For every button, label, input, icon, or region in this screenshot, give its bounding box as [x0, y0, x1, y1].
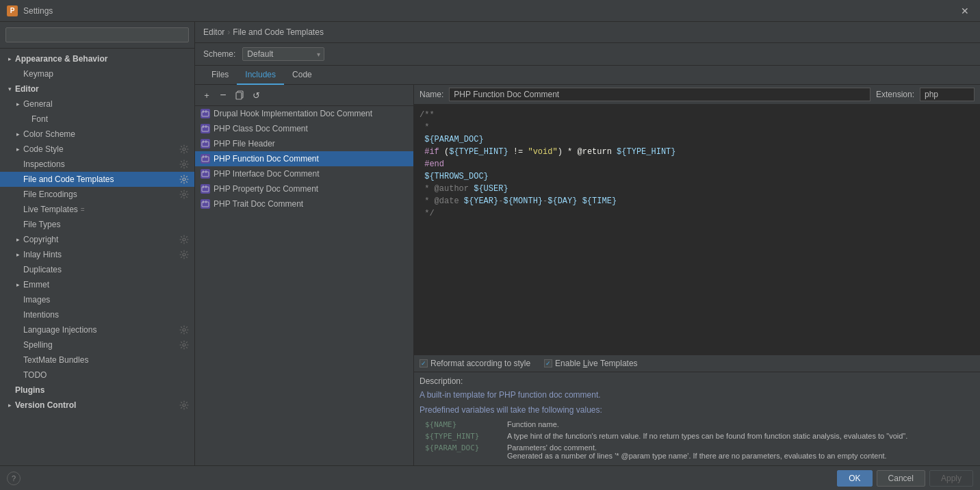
- ok-button[interactable]: OK: [837, 470, 872, 487]
- cancel-button[interactable]: Cancel: [877, 470, 925, 487]
- sidebar-item-label: Live Templates: [23, 205, 78, 214]
- sidebar-item-images[interactable]: Images: [0, 292, 194, 307]
- sidebar-item-todo[interactable]: TODO: [0, 368, 194, 383]
- svg-point-5: [183, 253, 185, 256]
- code-line: #if (${TYPE_HINT} != "void") * @return $…: [420, 146, 975, 158]
- tab-includes[interactable]: Includes: [237, 66, 284, 85]
- gear-icon: [179, 159, 189, 169]
- arrow-icon: [5, 401, 14, 409]
- sidebar-item-label: Inspections: [23, 159, 65, 169]
- help-button[interactable]: ?: [7, 472, 21, 485]
- sidebar-item-label: TextMate Bundles: [23, 355, 88, 365]
- sidebar-item-label: Font: [31, 114, 48, 124]
- scheme-select[interactable]: Default Project: [242, 47, 324, 61]
- sidebar-item-label: File Encodings: [23, 190, 77, 199]
- php-file-icon: [201, 124, 210, 133]
- svg-point-2: [183, 178, 185, 181]
- sidebar-item-code-style[interactable]: Code Style: [0, 142, 194, 157]
- sidebar-item-file-code-templates[interactable]: File and Code Templates: [0, 172, 194, 187]
- breadcrumb-current: File and Code Templates: [233, 27, 324, 37]
- sidebar: 🔍 Appearance & Behavior Keymap: [0, 22, 195, 465]
- reset-button[interactable]: ↺: [248, 88, 263, 103]
- sidebar-item-inlay-hints[interactable]: Inlay Hints: [0, 247, 194, 262]
- file-item-php-class[interactable]: PHP Class Doc Comment: [195, 121, 413, 136]
- tab-code[interactable]: Code: [284, 66, 320, 85]
- sidebar-item-file-encodings[interactable]: File Encodings: [0, 187, 194, 202]
- sidebar-item-language-injections[interactable]: Language Injections: [0, 322, 194, 337]
- scheme-label: Scheme:: [203, 49, 235, 59]
- extension-label: Extension:: [876, 90, 914, 99]
- copy-button[interactable]: [232, 88, 247, 103]
- sidebar-item-label: Color Scheme: [23, 129, 75, 139]
- live-templates-checkbox[interactable]: Enable Live Templates: [544, 359, 638, 368]
- search-input[interactable]: [5, 27, 189, 42]
- name-input[interactable]: [449, 88, 871, 101]
- code-line: ${PARAM_DOC}: [420, 133, 975, 146]
- sidebar-item-textmate-bundles[interactable]: TextMate Bundles: [0, 352, 194, 368]
- var-desc: Function name.: [502, 419, 975, 430]
- apply-button[interactable]: Apply: [929, 470, 973, 487]
- sidebar-item-label: TODO: [23, 370, 47, 380]
- file-item-label: PHP Property Doc Comment: [214, 184, 318, 194]
- code-editor[interactable]: /** * ${PARAM_DOC} #if (${TYPE_HINT} != …: [414, 105, 980, 354]
- gear-icon: [179, 144, 189, 154]
- sidebar-item-inspections[interactable]: Inspections: [0, 157, 194, 172]
- remove-button[interactable]: −: [216, 88, 231, 103]
- sidebar-item-label: Language Injections: [23, 325, 96, 335]
- file-item-php-property[interactable]: PHP Property Doc Comment: [195, 181, 413, 196]
- php-file-icon: [201, 154, 210, 164]
- svg-point-4: [183, 238, 185, 241]
- sidebar-item-spelling[interactable]: Spelling: [0, 337, 194, 352]
- arrow-icon: [5, 55, 14, 63]
- file-item-php-file-header[interactable]: PHP File Header: [195, 136, 413, 151]
- sidebar-item-file-types[interactable]: File Types: [0, 217, 194, 232]
- file-item-drupal[interactable]: Drupal Hook Implementation Doc Comment: [195, 106, 413, 121]
- sidebar-item-appearance[interactable]: Appearance & Behavior: [0, 51, 194, 66]
- editor-options-row: Reformat according to style Enable Live …: [414, 354, 980, 372]
- search-wrapper: 🔍: [5, 27, 189, 42]
- svg-rect-10: [236, 92, 242, 99]
- sidebar-item-general[interactable]: General: [0, 96, 194, 112]
- description-title: Description:: [420, 376, 975, 386]
- php-file-icon: [201, 169, 210, 179]
- reformat-checkbox[interactable]: Reformat according to style: [420, 359, 530, 368]
- sidebar-item-live-templates[interactable]: Live Templates =: [0, 202, 194, 217]
- file-item-php-trait[interactable]: PHP Trait Doc Comment: [195, 196, 413, 211]
- sidebar-item-font[interactable]: Font: [0, 112, 194, 127]
- file-item-php-function[interactable]: PHP Function Doc Comment: [195, 151, 413, 166]
- sidebar-item-version-control[interactable]: Version Control: [0, 398, 194, 413]
- sidebar-item-editor[interactable]: Editor: [0, 81, 194, 96]
- extension-input[interactable]: [920, 88, 975, 101]
- name-label: Name:: [420, 90, 443, 99]
- gear-icon: [179, 250, 189, 259]
- php-file-icon: [201, 199, 210, 209]
- tab-files[interactable]: Files: [203, 66, 237, 85]
- sidebar-item-color-scheme[interactable]: Color Scheme: [0, 127, 194, 142]
- sidebar-item-plugins[interactable]: Plugins: [0, 383, 194, 398]
- title-bar: P Settings ✕: [0, 0, 980, 22]
- sidebar-item-label: Spelling: [23, 340, 53, 350]
- breadcrumb-separator: ›: [227, 27, 230, 37]
- sidebar-item-intentions[interactable]: Intentions: [0, 307, 194, 322]
- code-line: ${THROWS_DOC}: [420, 170, 975, 183]
- sidebar-item-label: Duplicates: [23, 265, 62, 274]
- table-row: ${TYPE_HINT} A type hint of the function…: [420, 430, 975, 442]
- add-button[interactable]: +: [199, 88, 214, 103]
- reformat-checkbox-box: [420, 359, 428, 368]
- description-table: ${NAME} Function name. ${TYPE_HINT} A ty…: [420, 419, 975, 461]
- window-title: Settings: [23, 6, 53, 16]
- file-item-php-interface[interactable]: PHP Interface Doc Comment: [195, 166, 413, 181]
- sidebar-item-duplicates[interactable]: Duplicates: [0, 262, 194, 277]
- sidebar-item-copyright[interactable]: Copyright: [0, 232, 194, 247]
- live-templates-equals: =: [81, 206, 85, 214]
- svg-point-6: [183, 328, 185, 331]
- app-icon: P: [7, 5, 18, 16]
- gear-icon: [179, 235, 189, 244]
- table-row: ${PARAM_DOC} Parameters' doc comment.Gen…: [420, 442, 975, 461]
- sidebar-item-emmet[interactable]: Emmet: [0, 277, 194, 292]
- php-file-icon: [201, 139, 210, 149]
- sidebar-item-keymap[interactable]: Keymap: [0, 66, 194, 81]
- editor-panel: Name: Extension: /** * ${PARAM_DOC} #if …: [414, 85, 980, 465]
- close-button[interactable]: ✕: [957, 4, 973, 18]
- scheme-select-wrapper: Default Project: [242, 47, 324, 61]
